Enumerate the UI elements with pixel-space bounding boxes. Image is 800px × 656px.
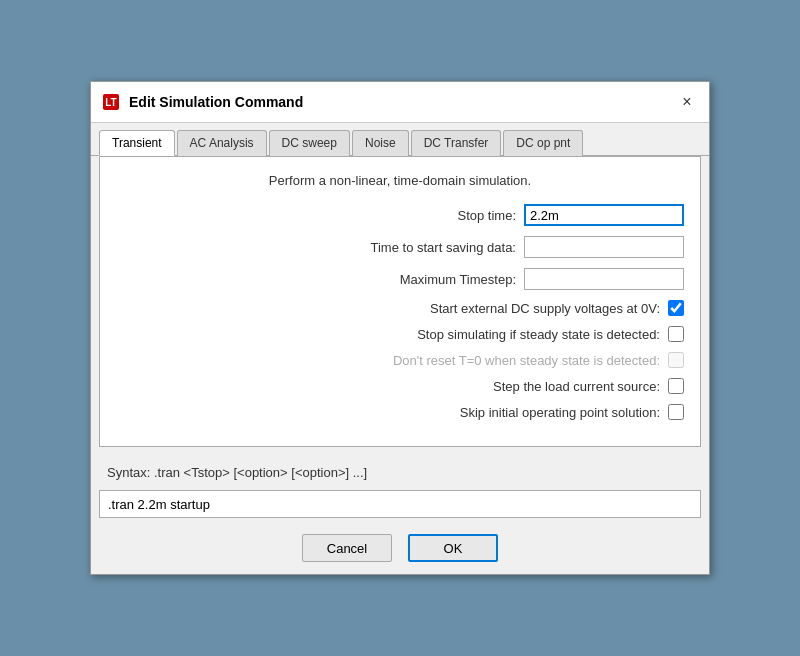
- step-load-current-row: Step the load current source:: [116, 378, 684, 394]
- close-button[interactable]: ×: [675, 90, 699, 114]
- tab-dc-op-pnt[interactable]: DC op pnt: [503, 130, 583, 156]
- tab-ac-analysis[interactable]: AC Analysis: [177, 130, 267, 156]
- command-input[interactable]: [99, 490, 701, 518]
- dialog-title: Edit Simulation Command: [129, 94, 303, 110]
- app-icon: LT: [101, 92, 121, 112]
- stop-steady-state-checkbox[interactable]: [668, 326, 684, 342]
- transient-description: Perform a non-linear, time-domain simula…: [116, 173, 684, 188]
- max-timestep-row: Maximum Timestep:: [116, 268, 684, 290]
- syntax-text: Syntax: .tran <Tstop> [<option> [<option…: [107, 465, 367, 480]
- max-timestep-input[interactable]: [524, 268, 684, 290]
- tab-noise[interactable]: Noise: [352, 130, 409, 156]
- dont-reset-t0-row: Don't reset T=0 when steady state is det…: [116, 352, 684, 368]
- save-start-time-input[interactable]: [524, 236, 684, 258]
- stop-steady-state-label: Stop simulating if steady state is detec…: [417, 327, 660, 342]
- stop-time-row: Stop time:: [116, 204, 684, 226]
- tab-dc-transfer[interactable]: DC Transfer: [411, 130, 502, 156]
- cancel-button[interactable]: Cancel: [302, 534, 392, 562]
- command-area: [99, 490, 701, 518]
- title-bar: LT Edit Simulation Command ×: [91, 82, 709, 123]
- step-load-current-checkbox[interactable]: [668, 378, 684, 394]
- save-start-time-row: Time to start saving data:: [116, 236, 684, 258]
- tab-transient[interactable]: Transient: [99, 130, 175, 156]
- stop-time-input[interactable]: [524, 204, 684, 226]
- dont-reset-t0-checkbox[interactable]: [668, 352, 684, 368]
- ok-button[interactable]: OK: [408, 534, 498, 562]
- stop-time-label: Stop time:: [457, 208, 516, 223]
- tab-dc-sweep[interactable]: DC sweep: [269, 130, 350, 156]
- max-timestep-label: Maximum Timestep:: [400, 272, 516, 287]
- skip-initial-checkbox[interactable]: [668, 404, 684, 420]
- start-external-dc-label: Start external DC supply voltages at 0V:: [430, 301, 660, 316]
- start-external-dc-row: Start external DC supply voltages at 0V:: [116, 300, 684, 316]
- button-row: Cancel OK: [91, 526, 709, 574]
- stop-steady-state-row: Stop simulating if steady state is detec…: [116, 326, 684, 342]
- svg-text:LT: LT: [105, 97, 116, 108]
- dont-reset-t0-label: Don't reset T=0 when steady state is det…: [393, 353, 660, 368]
- tab-bar: Transient AC Analysis DC sweep Noise DC …: [91, 123, 709, 156]
- edit-simulation-dialog: LT Edit Simulation Command × Transient A…: [90, 81, 710, 575]
- save-start-time-label: Time to start saving data:: [371, 240, 516, 255]
- skip-initial-label: Skip initial operating point solution:: [460, 405, 660, 420]
- title-bar-left: LT Edit Simulation Command: [101, 92, 303, 112]
- step-load-current-label: Step the load current source:: [493, 379, 660, 394]
- start-external-dc-checkbox[interactable]: [668, 300, 684, 316]
- skip-initial-row: Skip initial operating point solution:: [116, 404, 684, 420]
- tab-content-transient: Perform a non-linear, time-domain simula…: [99, 156, 701, 447]
- syntax-area: Syntax: .tran <Tstop> [<option> [<option…: [91, 455, 709, 490]
